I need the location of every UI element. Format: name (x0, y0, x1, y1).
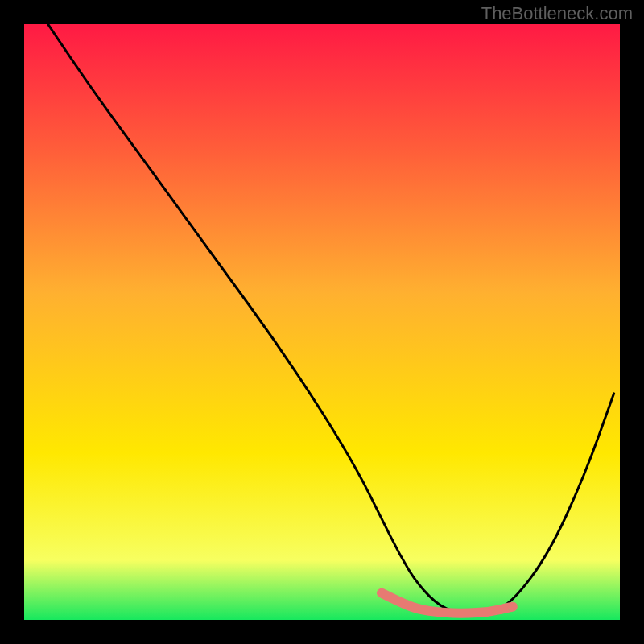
gradient-background (24, 24, 620, 620)
plot-area (24, 24, 620, 620)
chart-frame: TheBottleneck.com (0, 0, 644, 644)
chart-svg (24, 24, 620, 620)
watermark-text: TheBottleneck.com (481, 3, 633, 24)
